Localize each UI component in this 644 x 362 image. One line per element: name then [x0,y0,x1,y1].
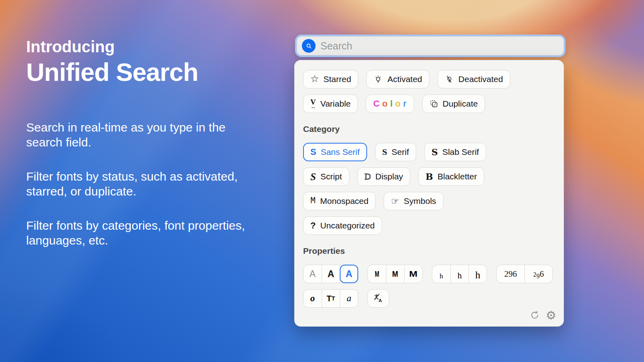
category-section-label: Category [303,123,555,135]
category-chip-sans-serif[interactable]: S Sans Serif [303,143,367,161]
panel-footer: ⚙ [530,310,556,321]
xheight-medium-button[interactable]: h [450,265,469,283]
category-chip-slab-serif[interactable]: S Slab Serif [424,143,486,161]
color-letter: o [382,99,388,109]
width-segmented-control: M M M [367,265,423,283]
properties-row-2: o TT a A [303,289,555,308]
star-icon: ☆ [310,74,319,84]
category-chip-blackletter[interactable]: B Blackletter [418,167,484,186]
svg-text:A: A [379,298,382,302]
filter-chip-deactivated[interactable]: Deactivated [438,70,510,88]
smallcaps-button[interactable]: TT [322,290,340,307]
search-input[interactable] [320,40,559,52]
serif-glyph-icon: S [382,148,387,156]
hero-paragraph-3: Filter fonts by categories, font propert… [26,218,264,248]
filter-chip-color[interactable]: C o l o r [366,95,414,113]
chip-label: Display [375,172,403,181]
color-letter: C [373,99,380,109]
normal-m-glyph: M [392,269,398,279]
chip-label: Starred [324,74,351,84]
oldstyle-figures-button[interactable]: 296 [524,265,552,283]
figures-segmented-control: 296 296 [496,265,553,283]
oblique-button[interactable]: o [303,290,322,307]
xheight-segmented-control: h h h [432,265,487,283]
xheight-small-button[interactable]: h [432,265,450,283]
language-icon: A [374,293,383,304]
extended-m-glyph: M [409,269,418,279]
width-normal-button[interactable]: M [386,265,404,283]
filter-chip-duplicate[interactable]: Duplicate [422,95,485,113]
refresh-icon [530,310,540,321]
properties-section-label: Properties [303,245,555,257]
question-mark-icon: ? [310,221,316,230]
color-letter: l [390,99,393,109]
gear-icon: ⚙ [546,310,556,321]
refresh-button[interactable] [530,310,540,321]
lining-figures-glyph: 296 [504,269,517,279]
large-h-glyph: h [475,271,481,279]
weight-bold-button[interactable]: A [340,265,358,283]
sans-serif-glyph-icon: S [310,148,316,156]
search-icon [302,39,316,53]
chip-label: Deactivated [458,74,503,84]
weight-regular-button[interactable]: A [322,265,340,283]
chip-label: Monospaced [320,196,368,206]
color-letter: o [395,99,401,109]
category-row-2: S Script D Display B Blackletter [303,167,555,186]
category-chip-script[interactable]: S Script [303,167,349,186]
blackletter-glyph-icon: B [425,172,433,181]
small-h-glyph: h [440,274,443,279]
search-field[interactable] [297,36,564,56]
filter-chip-starred[interactable]: ☆ Starred [303,70,358,88]
letterstyle-segmented-control: o TT a [303,289,358,308]
page-title: Unified Search [26,58,264,86]
weight-segmented-control: A A A [303,265,358,283]
lining-figures-button[interactable]: 296 [497,265,524,283]
chip-label: Symbols [404,196,436,206]
monospaced-glyph-icon: M [310,197,316,206]
lightbulb-on-icon [374,75,383,84]
color-letter: r [403,99,407,109]
oblique-o-glyph: o [310,293,315,304]
chip-label: Script [320,172,342,181]
category-chip-symbols[interactable]: ☞ Symbols [384,192,443,210]
chip-label: Blackletter [438,172,477,181]
category-row-3: M Monospaced ☞ Symbols [303,192,555,210]
display-glyph-icon: D [365,172,371,181]
lightbulb-off-icon [445,75,454,84]
small-t-glyph: T [332,295,335,302]
thin-a-glyph: A [310,269,316,280]
oldstyle-figures-glyph: 296 [533,269,544,279]
chip-label: Variable [320,99,351,109]
search-filter-panel: ☆ Starred Activated Deactivated [294,60,564,327]
category-chip-uncategorized[interactable]: ? Uncategorized [303,216,382,235]
chip-label: Uncategorized [320,221,374,230]
width-extended-button[interactable]: M [404,265,422,283]
status-filter-row-2: V ↔ Variable C o l o r Duplicate [303,95,555,113]
category-chip-monospaced[interactable]: M Monospaced [303,192,376,210]
category-chip-display[interactable]: D Display [357,167,411,186]
status-filter-row-1: ☆ Starred Activated Deactivated [303,70,555,88]
color-rainbow-label: C o l o r [373,99,407,109]
weight-thin-button[interactable]: A [303,265,322,283]
language-button[interactable]: A [368,290,389,307]
chip-label: Duplicate [443,99,478,109]
width-condensed-button[interactable]: M [368,265,386,283]
properties-row-1: A A A M M M h h [303,265,555,283]
settings-button[interactable]: ⚙ [546,310,556,321]
category-chip-serif[interactable]: S Serif [375,143,416,161]
filter-chip-variable[interactable]: V ↔ Variable [303,95,358,113]
bold-a-glyph: A [346,269,353,280]
chip-label: Activated [387,74,422,84]
hero-paragraph-2: Filter fonts by status, such as activate… [26,169,264,199]
slab-serif-glyph-icon: S [431,148,438,156]
hero-paragraph-1: Search in real-time as you type in the s… [26,120,264,150]
italic-a-glyph: a [347,293,351,304]
single-story-a-button[interactable]: a [340,290,358,307]
pointing-hand-icon: ☞ [391,197,399,206]
filter-chip-activated[interactable]: Activated [366,70,429,88]
xheight-large-button[interactable]: h [469,265,487,283]
search-bar [295,35,566,57]
language-filter-control: A [367,289,389,308]
script-glyph-icon: S [310,172,316,182]
